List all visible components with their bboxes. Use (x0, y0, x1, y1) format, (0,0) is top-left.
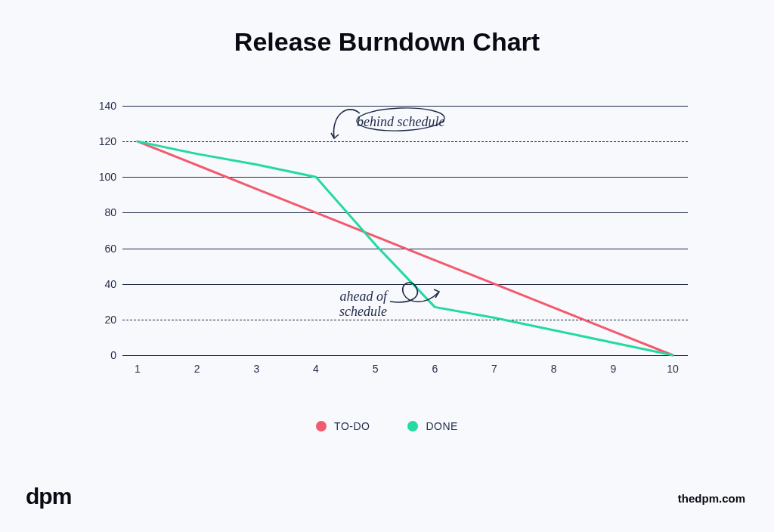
footer-logo: dpm (26, 484, 71, 509)
x-tick-label: 5 (373, 363, 379, 375)
x-tick-label: 4 (313, 363, 319, 375)
y-tick-label: 0 (86, 349, 116, 361)
x-tick-label: 7 (491, 363, 497, 375)
legend-item-done: DONE (407, 420, 457, 432)
y-tick-label: 20 (86, 314, 116, 326)
x-tick-label: 6 (432, 363, 438, 375)
legend-dot-todo (316, 421, 327, 431)
legend-item-todo: TO-DO (316, 420, 370, 432)
y-tick-label: 100 (86, 171, 116, 183)
y-tick-label: 120 (86, 135, 116, 147)
annotation-ahead-of-schedule: ahead ofschedule (319, 289, 387, 320)
y-tick-label: 40 (86, 278, 116, 290)
y-tick-label: 140 (86, 100, 116, 112)
x-tick-label: 2 (194, 363, 200, 375)
chart-title: Release Burndown Chart (0, 0, 774, 57)
legend: TO-DO DONE (0, 420, 774, 432)
legend-label-todo: TO-DO (334, 420, 370, 432)
svg-point-0 (357, 107, 445, 132)
footer-site: thedpm.com (678, 492, 745, 505)
y-tick-label: 60 (86, 243, 116, 255)
legend-label-done: DONE (426, 420, 457, 432)
annotation-behind-schedule: behind schedule (357, 115, 444, 130)
x-tick-label: 9 (610, 363, 616, 375)
x-tick-label: 8 (551, 363, 557, 375)
x-tick-label: 1 (135, 363, 141, 375)
x-tick-label: 3 (253, 363, 259, 375)
y-tick-label: 80 (86, 206, 116, 218)
x-tick-label: 10 (667, 363, 679, 375)
gridline (122, 355, 688, 356)
chart-area: 020406080100120140 behind schedule ahead… (91, 106, 688, 378)
legend-dot-done (407, 421, 418, 431)
plot-region: behind schedule ahead ofschedule (122, 106, 688, 355)
